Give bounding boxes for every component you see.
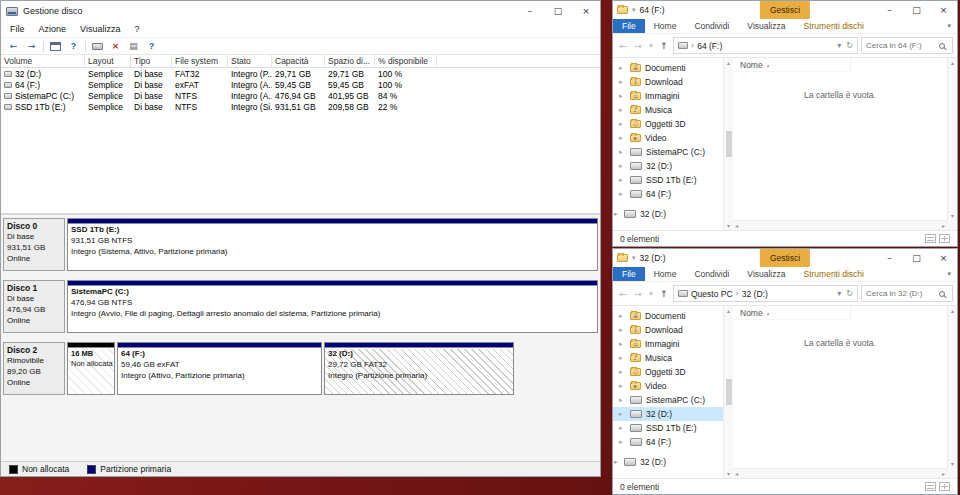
- tab-file[interactable]: File: [613, 19, 645, 33]
- manage-contextual-tab[interactable]: Gestisci: [760, 1, 810, 19]
- title-bar[interactable]: Gestione disco – □ ×: [1, 1, 600, 21]
- chevron-right-icon[interactable]: ▸: [619, 312, 623, 320]
- forward-icon[interactable]: →: [632, 289, 644, 299]
- horizontal-scrollbar[interactable]: ◂▸: [733, 220, 947, 230]
- disk-icon[interactable]: [89, 39, 106, 54]
- sidebar-item-musica[interactable]: ▸Musica: [613, 351, 723, 365]
- sidebar-item-ssd-1tb-e[interactable]: ▸SSD 1Tb (E:): [613, 421, 723, 435]
- sidebar-item-sistemapc-c[interactable]: ▸SistemaPC (C:): [613, 145, 723, 159]
- chevron-right-icon[interactable]: ▸: [619, 190, 623, 198]
- details-view-icon[interactable]: [925, 482, 936, 491]
- volume-row[interactable]: SSD 1Tb (E:) Semplice Di base NTFS Integ…: [1, 101, 600, 112]
- volume-row[interactable]: SistemaPC (C:) Semplice Di base NTFS Int…: [1, 90, 600, 101]
- search-box[interactable]: [861, 285, 953, 302]
- chevron-right-icon[interactable]: ▸: [619, 368, 623, 376]
- sidebar-item-immagini[interactable]: ▸Immagini: [613, 337, 723, 351]
- sidebar-item-musica[interactable]: ▸Musica: [613, 103, 723, 117]
- scroll-left-icon[interactable]: ◂: [735, 222, 738, 229]
- partition-sistemapc-c[interactable]: SistemaPC (C:) 476,94 GB NTFS Integro (A…: [67, 280, 598, 333]
- scroll-up-icon[interactable]: ▴: [951, 59, 954, 66]
- chevron-right-icon[interactable]: ▸: [619, 176, 623, 184]
- sidebar-item-video[interactable]: ▸Video: [613, 131, 723, 145]
- column-header-disponibile[interactable]: % disponibile: [375, 55, 437, 67]
- column-header-spazio[interactable]: Spazio di...: [325, 55, 375, 67]
- horizontal-scrollbar[interactable]: ◂▸: [733, 468, 947, 478]
- partition-64-f[interactable]: 64 (F:) 59,46 GB exFAT Integro (Attivo, …: [117, 342, 322, 395]
- maximize-button[interactable]: □: [903, 1, 930, 19]
- volume-row[interactable]: 32 (D:) Semplice Di base FAT32 Integro (…: [1, 68, 600, 79]
- tab-strumenti-dischi[interactable]: Strumenti dischi: [794, 267, 872, 281]
- search-icon[interactable]: [939, 291, 945, 297]
- sidebar-item-32-d[interactable]: ▸32 (D:): [613, 159, 723, 173]
- forward-icon[interactable]: →: [23, 39, 40, 54]
- chevron-right-icon[interactable]: ▸: [619, 106, 623, 114]
- chevron-right-icon[interactable]: ▸: [614, 458, 618, 466]
- back-icon[interactable]: ←: [617, 289, 629, 299]
- search-box[interactable]: [861, 37, 953, 54]
- breadcrumb-item[interactable]: 64 (F:): [697, 41, 722, 51]
- minimize-button[interactable]: –: [876, 1, 903, 19]
- scroll-down-icon[interactable]: ▾: [727, 222, 730, 229]
- sidebar-item-download[interactable]: ▸Download: [613, 323, 723, 337]
- tab-condividi[interactable]: Condividi: [685, 267, 738, 281]
- maximize-button[interactable]: □: [903, 249, 930, 267]
- minimize-button[interactable]: –: [876, 249, 903, 267]
- chevron-right-icon[interactable]: ▸: [619, 64, 623, 72]
- breadcrumb-item[interactable]: Questo PC: [691, 289, 733, 299]
- scroll-thumb[interactable]: [726, 379, 732, 405]
- menu-file[interactable]: File: [3, 24, 32, 34]
- scroll-right-icon[interactable]: ▸: [942, 470, 945, 477]
- sidebar-item-32-d-selected[interactable]: ▸32 (D:): [613, 407, 723, 421]
- chevron-right-icon[interactable]: ▸: [619, 382, 623, 390]
- scroll-down-icon[interactable]: ▾: [951, 212, 954, 219]
- sidebar-item-ssd-1tb-e[interactable]: ▸SSD 1Tb (E:): [613, 173, 723, 187]
- up-icon[interactable]: ↑: [658, 289, 670, 299]
- ribbon-expand-icon[interactable]: ▾: [947, 19, 957, 33]
- refresh-icon[interactable]: ↻: [846, 289, 853, 298]
- close-button[interactable]: ×: [930, 249, 957, 267]
- sidebar-item-32-d-root[interactable]: ▸32 (D:): [613, 207, 723, 221]
- details-view-icon[interactable]: [925, 234, 936, 243]
- menu-help[interactable]: ?: [127, 24, 146, 34]
- vertical-scrollbar[interactable]: ▴▾: [947, 58, 957, 220]
- sidebar-item-documenti[interactable]: ▸Documenti: [613, 61, 723, 75]
- tab-home[interactable]: Home: [645, 19, 686, 33]
- chevron-right-icon[interactable]: ▸: [619, 438, 623, 446]
- menu-azione[interactable]: Azione: [32, 24, 74, 34]
- chevron-right-icon[interactable]: ▸: [619, 92, 623, 100]
- sidebar-scrollbar[interactable]: ▴▾: [723, 58, 733, 230]
- tab-file[interactable]: File: [613, 267, 645, 281]
- maximize-button[interactable]: □: [544, 1, 572, 21]
- chevron-right-icon[interactable]: ▸: [619, 354, 623, 362]
- close-button[interactable]: ×: [572, 1, 600, 21]
- chevron-right-icon[interactable]: ▸: [619, 78, 623, 86]
- scroll-right-icon[interactable]: ▸: [942, 222, 945, 229]
- manage-contextual-tab[interactable]: Gestisci: [760, 249, 810, 267]
- tab-strumenti-dischi[interactable]: Strumenti dischi: [794, 19, 872, 33]
- chevron-right-icon[interactable]: ▸: [619, 410, 623, 418]
- chevron-right-icon[interactable]: ▸: [619, 340, 623, 348]
- tab-home[interactable]: Home: [645, 267, 686, 281]
- title-bar[interactable]: ▾ 32 (D:) Gestisci – □ ×: [613, 249, 957, 267]
- refresh-icon[interactable]: ↻: [846, 41, 853, 50]
- chevron-right-icon[interactable]: ▸: [619, 396, 623, 404]
- console-tree-icon[interactable]: [47, 39, 64, 54]
- tab-condividi[interactable]: Condividi: [685, 19, 738, 33]
- chevron-right-icon[interactable]: ▸: [619, 424, 623, 432]
- column-header-filesystem[interactable]: File system: [172, 55, 228, 67]
- scroll-up-icon[interactable]: ▴: [727, 307, 730, 314]
- scroll-up-icon[interactable]: ▴: [951, 307, 954, 314]
- address-box[interactable]: Questo PC › 32 (D:) ▾ ↻: [673, 285, 858, 302]
- sidebar-item-documenti[interactable]: ▸Documenti: [613, 309, 723, 323]
- forward-icon[interactable]: →: [632, 41, 644, 51]
- address-box[interactable]: › 64 (F:) ▾ ↻: [673, 37, 858, 54]
- sidebar-item-oggetti-3d[interactable]: ▸Oggetti 3D: [613, 117, 723, 131]
- scroll-down-icon[interactable]: ▾: [951, 460, 954, 467]
- scroll-left-icon[interactable]: ◂: [735, 470, 738, 477]
- column-header-nome[interactable]: Nome▴: [733, 58, 851, 72]
- ribbon-expand-icon[interactable]: ▾: [947, 267, 957, 281]
- large-icons-view-icon[interactable]: [939, 234, 950, 243]
- address-dropdown-icon[interactable]: ▾: [837, 41, 841, 50]
- breadcrumb-item[interactable]: 32 (D:): [742, 289, 768, 299]
- sidebar-item-64-f[interactable]: ▸64 (F:): [613, 187, 723, 201]
